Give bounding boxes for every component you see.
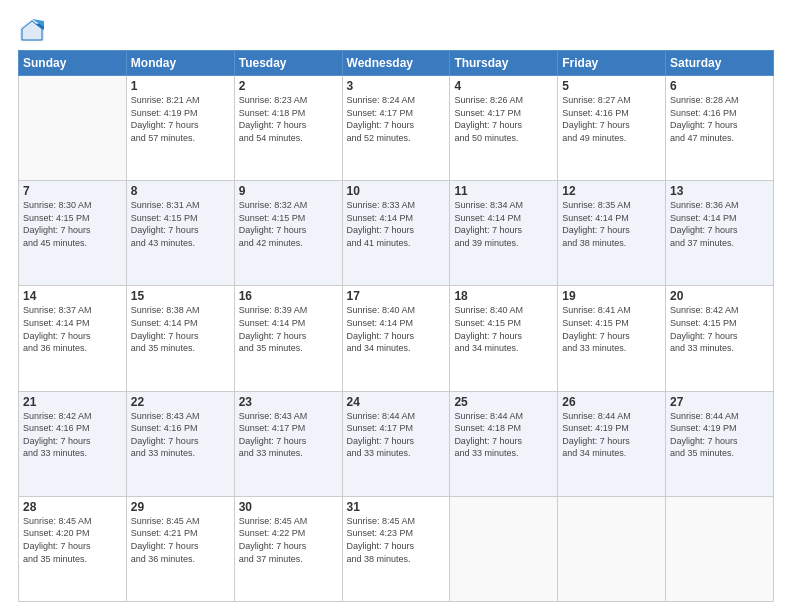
day-info: Sunrise: 8:43 AM Sunset: 4:17 PM Dayligh… [239,410,338,460]
calendar-cell [666,496,774,601]
calendar-cell: 30Sunrise: 8:45 AM Sunset: 4:22 PM Dayli… [234,496,342,601]
day-info: Sunrise: 8:44 AM Sunset: 4:19 PM Dayligh… [562,410,661,460]
day-info: Sunrise: 8:23 AM Sunset: 4:18 PM Dayligh… [239,94,338,144]
day-number: 28 [23,500,122,514]
calendar-cell: 25Sunrise: 8:44 AM Sunset: 4:18 PM Dayli… [450,391,558,496]
calendar-cell: 4Sunrise: 8:26 AM Sunset: 4:17 PM Daylig… [450,76,558,181]
week-row-3: 14Sunrise: 8:37 AM Sunset: 4:14 PM Dayli… [19,286,774,391]
calendar-cell: 19Sunrise: 8:41 AM Sunset: 4:15 PM Dayli… [558,286,666,391]
calendar-cell: 24Sunrise: 8:44 AM Sunset: 4:17 PM Dayli… [342,391,450,496]
day-number: 4 [454,79,553,93]
calendar-cell: 12Sunrise: 8:35 AM Sunset: 4:14 PM Dayli… [558,181,666,286]
calendar-cell [450,496,558,601]
calendar-cell: 29Sunrise: 8:45 AM Sunset: 4:21 PM Dayli… [126,496,234,601]
day-info: Sunrise: 8:34 AM Sunset: 4:14 PM Dayligh… [454,199,553,249]
day-number: 5 [562,79,661,93]
day-number: 3 [347,79,446,93]
day-info: Sunrise: 8:40 AM Sunset: 4:14 PM Dayligh… [347,304,446,354]
page: SundayMondayTuesdayWednesdayThursdayFrid… [0,0,792,612]
day-number: 11 [454,184,553,198]
day-info: Sunrise: 8:33 AM Sunset: 4:14 PM Dayligh… [347,199,446,249]
day-info: Sunrise: 8:28 AM Sunset: 4:16 PM Dayligh… [670,94,769,144]
day-number: 22 [131,395,230,409]
day-info: Sunrise: 8:42 AM Sunset: 4:15 PM Dayligh… [670,304,769,354]
weekday-header-row: SundayMondayTuesdayWednesdayThursdayFrid… [19,51,774,76]
calendar-cell: 22Sunrise: 8:43 AM Sunset: 4:16 PM Dayli… [126,391,234,496]
day-info: Sunrise: 8:45 AM Sunset: 4:23 PM Dayligh… [347,515,446,565]
day-info: Sunrise: 8:45 AM Sunset: 4:20 PM Dayligh… [23,515,122,565]
day-info: Sunrise: 8:24 AM Sunset: 4:17 PM Dayligh… [347,94,446,144]
calendar-cell: 5Sunrise: 8:27 AM Sunset: 4:16 PM Daylig… [558,76,666,181]
calendar-cell: 28Sunrise: 8:45 AM Sunset: 4:20 PM Dayli… [19,496,127,601]
logo-icon [18,16,46,44]
day-number: 9 [239,184,338,198]
week-row-1: 1Sunrise: 8:21 AM Sunset: 4:19 PM Daylig… [19,76,774,181]
day-number: 6 [670,79,769,93]
calendar-cell: 6Sunrise: 8:28 AM Sunset: 4:16 PM Daylig… [666,76,774,181]
day-number: 12 [562,184,661,198]
day-info: Sunrise: 8:45 AM Sunset: 4:22 PM Dayligh… [239,515,338,565]
day-number: 10 [347,184,446,198]
week-row-4: 21Sunrise: 8:42 AM Sunset: 4:16 PM Dayli… [19,391,774,496]
day-number: 7 [23,184,122,198]
weekday-sunday: Sunday [19,51,127,76]
logo [18,16,50,44]
day-info: Sunrise: 8:21 AM Sunset: 4:19 PM Dayligh… [131,94,230,144]
day-info: Sunrise: 8:44 AM Sunset: 4:18 PM Dayligh… [454,410,553,460]
day-info: Sunrise: 8:26 AM Sunset: 4:17 PM Dayligh… [454,94,553,144]
day-number: 24 [347,395,446,409]
day-number: 13 [670,184,769,198]
day-info: Sunrise: 8:45 AM Sunset: 4:21 PM Dayligh… [131,515,230,565]
weekday-saturday: Saturday [666,51,774,76]
calendar-cell: 17Sunrise: 8:40 AM Sunset: 4:14 PM Dayli… [342,286,450,391]
day-number: 15 [131,289,230,303]
calendar-cell: 26Sunrise: 8:44 AM Sunset: 4:19 PM Dayli… [558,391,666,496]
day-number: 1 [131,79,230,93]
calendar-cell [558,496,666,601]
calendar-table: SundayMondayTuesdayWednesdayThursdayFrid… [18,50,774,602]
day-number: 20 [670,289,769,303]
calendar-cell: 14Sunrise: 8:37 AM Sunset: 4:14 PM Dayli… [19,286,127,391]
calendar-cell: 3Sunrise: 8:24 AM Sunset: 4:17 PM Daylig… [342,76,450,181]
day-info: Sunrise: 8:27 AM Sunset: 4:16 PM Dayligh… [562,94,661,144]
day-info: Sunrise: 8:37 AM Sunset: 4:14 PM Dayligh… [23,304,122,354]
calendar-cell: 9Sunrise: 8:32 AM Sunset: 4:15 PM Daylig… [234,181,342,286]
calendar-cell: 23Sunrise: 8:43 AM Sunset: 4:17 PM Dayli… [234,391,342,496]
calendar-cell: 8Sunrise: 8:31 AM Sunset: 4:15 PM Daylig… [126,181,234,286]
calendar-cell: 27Sunrise: 8:44 AM Sunset: 4:19 PM Dayli… [666,391,774,496]
calendar-cell: 11Sunrise: 8:34 AM Sunset: 4:14 PM Dayli… [450,181,558,286]
calendar-cell [19,76,127,181]
header [18,16,774,44]
day-number: 21 [23,395,122,409]
day-number: 25 [454,395,553,409]
calendar-cell: 2Sunrise: 8:23 AM Sunset: 4:18 PM Daylig… [234,76,342,181]
day-number: 26 [562,395,661,409]
calendar-cell: 21Sunrise: 8:42 AM Sunset: 4:16 PM Dayli… [19,391,127,496]
day-info: Sunrise: 8:41 AM Sunset: 4:15 PM Dayligh… [562,304,661,354]
day-number: 18 [454,289,553,303]
day-number: 27 [670,395,769,409]
calendar-cell: 31Sunrise: 8:45 AM Sunset: 4:23 PM Dayli… [342,496,450,601]
calendar-cell: 1Sunrise: 8:21 AM Sunset: 4:19 PM Daylig… [126,76,234,181]
day-info: Sunrise: 8:32 AM Sunset: 4:15 PM Dayligh… [239,199,338,249]
day-info: Sunrise: 8:38 AM Sunset: 4:14 PM Dayligh… [131,304,230,354]
calendar-cell: 18Sunrise: 8:40 AM Sunset: 4:15 PM Dayli… [450,286,558,391]
calendar-cell: 7Sunrise: 8:30 AM Sunset: 4:15 PM Daylig… [19,181,127,286]
day-number: 14 [23,289,122,303]
week-row-2: 7Sunrise: 8:30 AM Sunset: 4:15 PM Daylig… [19,181,774,286]
day-info: Sunrise: 8:39 AM Sunset: 4:14 PM Dayligh… [239,304,338,354]
day-info: Sunrise: 8:42 AM Sunset: 4:16 PM Dayligh… [23,410,122,460]
week-row-5: 28Sunrise: 8:45 AM Sunset: 4:20 PM Dayli… [19,496,774,601]
weekday-friday: Friday [558,51,666,76]
weekday-thursday: Thursday [450,51,558,76]
day-info: Sunrise: 8:31 AM Sunset: 4:15 PM Dayligh… [131,199,230,249]
calendar-cell: 16Sunrise: 8:39 AM Sunset: 4:14 PM Dayli… [234,286,342,391]
day-number: 17 [347,289,446,303]
day-number: 8 [131,184,230,198]
day-info: Sunrise: 8:44 AM Sunset: 4:17 PM Dayligh… [347,410,446,460]
day-number: 23 [239,395,338,409]
day-number: 29 [131,500,230,514]
calendar-cell: 13Sunrise: 8:36 AM Sunset: 4:14 PM Dayli… [666,181,774,286]
weekday-monday: Monday [126,51,234,76]
day-number: 2 [239,79,338,93]
